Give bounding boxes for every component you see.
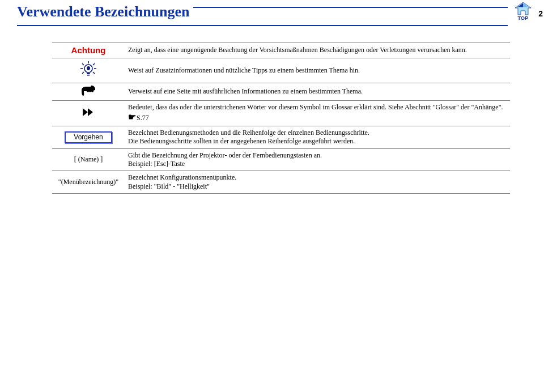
svg-rect-11 xyxy=(87,73,90,74)
symbol-cell: Vorgehen xyxy=(52,126,125,148)
symbol-cell: [ (Name) ] xyxy=(52,148,125,171)
lightbulb-tip-icon xyxy=(80,61,97,78)
svg-marker-14 xyxy=(88,108,93,116)
symbol-cell xyxy=(52,101,125,126)
svg-marker-13 xyxy=(83,108,88,116)
pointer-hand-icon: ☛ xyxy=(128,112,136,122)
svg-line-4 xyxy=(82,63,84,65)
glossary-fastforward-icon xyxy=(83,108,94,116)
glossary-desc-text: Bedeutet, dass das oder die unterstriche… xyxy=(128,103,503,111)
table-row: Weist auf Zusatzinformationen und nützli… xyxy=(52,58,510,83)
symbol-cell: "(Menübezeichnung)" xyxy=(52,171,125,194)
pointer-hand-icon xyxy=(81,86,96,96)
desc-cell: Bezeichnet Konfigurationsmenüpunkte. Bei… xyxy=(125,171,510,194)
content-area: Achtung Zeigt an, dass eine ungenügende … xyxy=(0,34,544,194)
table-row: Achtung Zeigt an, dass eine ungenügende … xyxy=(52,42,510,58)
desc-cell: Bezeichnet Bedienungsmethoden und die Re… xyxy=(125,126,510,148)
desc-cell: Gibt die Bezeichnung der Projektor- oder… xyxy=(125,148,510,171)
page-number: 2 xyxy=(534,9,543,18)
symbol-cell: Achtung xyxy=(52,42,125,58)
svg-line-5 xyxy=(93,63,95,65)
svg-line-9 xyxy=(93,72,95,74)
house-arrow-icon xyxy=(515,2,532,16)
attention-label: Achtung xyxy=(71,45,106,55)
page-header: Verwendete Bezeichnungen TOP 2 xyxy=(0,0,544,34)
table-row: Vorgehen Bezeichnet Bedienungsmethoden u… xyxy=(52,126,510,148)
page-title: Verwendete Bezeichnungen xyxy=(17,3,193,20)
desc-cell: Bedeutet, dass das oder die unterstriche… xyxy=(125,101,510,126)
procedure-label: Vorgehen xyxy=(65,131,112,143)
svg-rect-12 xyxy=(87,75,90,76)
svg-line-8 xyxy=(82,72,84,74)
top-label: TOP xyxy=(515,15,532,21)
desc-cell: Verweist auf eine Seite mit ausführliche… xyxy=(125,83,510,100)
symbol-cell xyxy=(52,58,125,83)
table-row: "(Menübezeichnung)" Bezeichnet Konfigura… xyxy=(52,171,510,194)
table-row: Bedeutet, dass das oder die unterstriche… xyxy=(52,101,510,126)
symbol-cell xyxy=(52,83,125,100)
symbol-table: Achtung Zeigt an, dass eine ungenügende … xyxy=(52,42,510,194)
menu-placeholder-label: "(Menübezeichnung)" xyxy=(58,178,118,186)
table-row: [ (Name) ] Gibt die Bezeichnung der Proj… xyxy=(52,148,510,171)
table-row: Verweist auf eine Seite mit ausführliche… xyxy=(52,83,510,100)
desc-cell: Zeigt an, dass eine ungenügende Beachtun… xyxy=(125,42,510,58)
desc-cell: Weist auf Zusatzinformationen und nützli… xyxy=(125,58,510,83)
name-placeholder-label: [ (Name) ] xyxy=(74,155,103,163)
top-button[interactable]: TOP xyxy=(515,2,532,21)
page-reference-link[interactable]: S.77 xyxy=(137,114,149,122)
